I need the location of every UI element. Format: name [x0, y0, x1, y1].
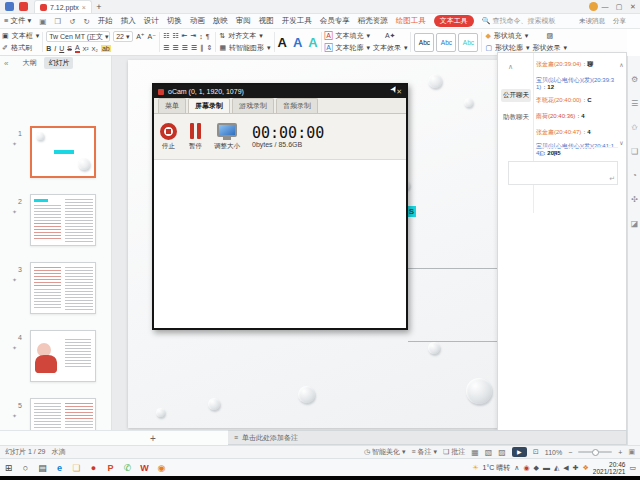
decrease-font-icon[interactable]: A⁻ [148, 33, 156, 41]
chat-tab-public[interactable]: 公开聊天 [501, 89, 531, 102]
emoji-button[interactable]: ☺ [538, 149, 546, 158]
highlight-button[interactable]: ab [101, 45, 111, 52]
search-box[interactable]: 🔍 查找命令、搜索模板 [482, 16, 556, 26]
ocam-tab-screen-record[interactable]: 屏幕录制 [188, 98, 230, 113]
slide-sorter-icon[interactable]: ▧ [485, 448, 493, 457]
tencent-icon[interactable]: ● [85, 463, 102, 473]
line-spacing-icon[interactable]: ↕ [199, 33, 203, 40]
close-button[interactable]: ✕ [626, 3, 640, 11]
normal-view-icon[interactable]: ▦ [471, 448, 479, 457]
smart-graphic-button[interactable]: ▦ 转智能图形 ▾ [219, 43, 270, 53]
indent-icon[interactable]: ⇥ [190, 32, 196, 40]
new-tab-button[interactable]: + [92, 2, 106, 12]
menu-tab-insert[interactable]: 插入 [121, 16, 136, 26]
menu-tab-developer[interactable]: 开发工具 [282, 16, 312, 26]
shape-style-1[interactable]: Abc [414, 33, 434, 52]
send-icon[interactable]: ↵ [609, 175, 615, 183]
lock-icon[interactable]: ◪ [628, 212, 640, 236]
fit-slide-icon[interactable]: ⊡ [533, 448, 539, 456]
settings-icon[interactable]: ⚙ [628, 68, 640, 92]
minimize-button[interactable]: — [598, 3, 612, 10]
outdent-icon[interactable]: ⇤ [181, 32, 187, 40]
subscript-button[interactable]: X₂ [92, 46, 98, 52]
unread-messages-button[interactable]: 未读消息 [579, 17, 605, 26]
bold-button[interactable]: B [46, 45, 51, 52]
slide-thumbnail-5[interactable] [30, 398, 96, 430]
tab-outline[interactable]: 大纲 [18, 57, 40, 69]
shape-fill-button[interactable]: ◆形状填充 ▾ [485, 31, 529, 41]
shape-style-2[interactable]: Abc [436, 33, 456, 52]
slideshow-play-button[interactable]: ▶ [512, 447, 527, 457]
start-icon[interactable]: ⊞ [0, 463, 17, 473]
keyboard-icon[interactable]: ▬ [543, 464, 550, 471]
new-slide-button[interactable]: + [150, 433, 156, 444]
highlighted-slide-text[interactable]: S [407, 206, 416, 217]
share-button[interactable]: 分享 [613, 17, 626, 26]
notes-toggle-button[interactable]: ≡ 备注 ▾ [412, 447, 438, 457]
print-icon[interactable]: ❒ [54, 17, 61, 26]
ocam-tab-audio-record[interactable]: 音频录制 [276, 98, 318, 113]
slide-thumbnail-3[interactable] [30, 262, 96, 314]
text-outline-button[interactable]: 🄰文本轮廓 ▾ [325, 43, 370, 53]
usb-icon[interactable]: ✚ [573, 464, 579, 472]
textbox-button[interactable]: ▣文本框 ▾ [2, 31, 39, 41]
weather-icon[interactable]: ☀ [472, 464, 478, 472]
slide-thumbnail-1[interactable] [30, 126, 96, 178]
ocam-tab-menu[interactable]: 菜单 [158, 98, 186, 113]
text-size-button[interactable]: T [552, 149, 557, 158]
weather-text[interactable]: 1°C 晴转 [483, 463, 511, 473]
corner-grid-icon[interactable]: ▣ [628, 448, 635, 456]
tray-expand-icon[interactable]: ∧ [514, 464, 519, 472]
ocam-stop-button[interactable]: 停止 [160, 123, 177, 151]
taskbar-clock[interactable]: 20:46 2021/12/21 [593, 461, 626, 475]
comments-button[interactable]: ❏ 批注 [443, 447, 465, 457]
chat-tab-assistant[interactable]: 助教聊天 [501, 111, 531, 124]
slide-thumbnail-4[interactable] [30, 330, 96, 382]
columns-icon[interactable]: ∥ [200, 44, 204, 52]
close-tab-icon[interactable]: × [82, 4, 86, 11]
menu-tab-member[interactable]: 会员专享 [320, 16, 350, 26]
number-list-icon[interactable]: ☷ [172, 32, 178, 40]
wechat-icon[interactable]: ✆ [119, 463, 136, 473]
align-center-icon[interactable]: ☰ [172, 44, 178, 52]
clock-icon[interactable]: ◔ [628, 164, 640, 188]
menu-tab-review[interactable]: 审阅 [236, 16, 251, 26]
save-icon[interactable]: ▣ [39, 17, 46, 26]
shape-effects-button[interactable]: 形状效果 ▾ [533, 43, 568, 53]
copy-icon[interactable]: ❏ [628, 140, 640, 164]
italic-button[interactable]: I [54, 45, 56, 52]
paragraph-icon[interactable]: ¶ [206, 33, 210, 40]
text-fill-button[interactable]: 🄰文本填充 ▾ [325, 31, 370, 41]
record-dot-icon[interactable]: ◉ [523, 464, 529, 472]
powerpoint-icon[interactable]: P [102, 463, 119, 473]
wps-home-icon[interactable] [5, 2, 14, 11]
slide-thumbnail-2[interactable] [30, 194, 96, 246]
smart-beautify-button[interactable]: ◷ 智能美化 ▾ [364, 447, 406, 457]
notification-icon[interactable]: ▭ [629, 464, 636, 472]
volume-icon[interactable]: ◀ [563, 464, 568, 472]
strikethrough-button[interactable]: S [67, 45, 72, 52]
reading-view-icon[interactable]: ▨ [498, 448, 506, 457]
ocam-pause-button[interactable]: 暂停 [189, 123, 202, 151]
plugin-icon[interactable]: ✣ [628, 188, 640, 212]
zoom-out-button[interactable]: − [568, 449, 572, 456]
format-painter-button[interactable]: ✐格式刷 [2, 43, 39, 53]
tab-slides[interactable]: 幻灯片 [44, 57, 73, 69]
wordart-preset-3[interactable]: A [308, 36, 317, 49]
edge-icon[interactable]: e [51, 463, 68, 473]
chat-input[interactable]: ↵ [508, 161, 618, 185]
wps-icon[interactable]: W [136, 463, 153, 473]
underline-button[interactable]: U [59, 45, 64, 52]
ocam-titlebar[interactable]: oCam (0, 1, 1920, 1079) ✕ [154, 85, 406, 98]
bullet-list-icon[interactable]: ☷ [163, 32, 169, 40]
ocam-resize-button[interactable]: 调整大小 [214, 123, 240, 151]
collapse-panel-button[interactable]: « [4, 59, 8, 68]
chat-scroll-down-icon[interactable]: ∨ [617, 139, 626, 146]
mic-icon[interactable]: ◆ [534, 464, 539, 472]
redo-icon[interactable]: ↻ [83, 17, 89, 26]
undo-icon[interactable]: ↺ [69, 17, 75, 26]
wordart-preset-2[interactable]: A [293, 36, 302, 49]
ocam-icon[interactable]: ◉ [153, 463, 170, 473]
increase-font-icon[interactable]: A⁺ [136, 33, 144, 41]
wordart-preset-1[interactable]: A [278, 36, 287, 49]
